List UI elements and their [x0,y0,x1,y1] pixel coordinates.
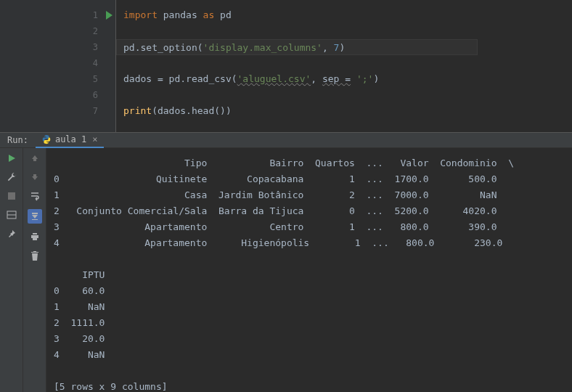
down-arrow-icon[interactable] [29,171,41,183]
gutter-line[interactable]: 7 [0,103,115,119]
run-tool-window-header: Run: aula 1 × [0,132,572,148]
gutter-line[interactable]: 1 [0,7,115,23]
gutter-line[interactable]: 6 [0,87,115,103]
stop-icon[interactable] [6,190,17,202]
layout-icon[interactable] [6,209,17,221]
run-toolbar-primary [0,148,23,392]
trash-icon[interactable] [29,250,41,261]
editor-pane: 1234567 import pandas as pdpd.set_option… [0,0,572,132]
code-line[interactable]: dados = pd.read_csv('aluguel.csv', sep =… [123,71,572,87]
code-line[interactable] [123,55,572,71]
pin-icon[interactable] [6,228,17,240]
code-line[interactable] [123,87,572,103]
run-pane: Tipo Bairro Quartos ... Valor Condominio… [0,148,572,392]
close-icon[interactable]: × [90,134,97,144]
code-line[interactable]: pd.set_option('display.max_columns', 7) [116,39,478,55]
run-label: Run: [0,135,36,145]
run-toolbar-secondary [23,148,46,392]
code-line[interactable]: import pandas as pd [123,7,572,23]
code-area[interactable]: import pandas as pdpd.set_option('displa… [116,0,572,132]
rerun-icon[interactable] [6,152,17,164]
gutter-line[interactable]: 2 [0,23,115,39]
python-icon [41,134,52,144]
gutter-line[interactable]: 3 [0,39,115,55]
editor-gutter: 1234567 [0,0,116,132]
wrench-icon[interactable] [6,171,17,183]
up-arrow-icon[interactable] [29,152,41,164]
gutter-line[interactable]: 4 [0,55,115,71]
soft-wrap-icon[interactable] [29,190,41,202]
print-icon[interactable] [29,231,41,242]
run-tab-label: aula 1 [55,134,86,144]
gutter-line[interactable]: 5 [0,71,115,87]
svg-rect-0 [8,192,15,200]
scroll-to-end-icon[interactable] [28,209,42,224]
console-output[interactable]: Tipo Bairro Quartos ... Valor Condominio… [46,148,572,392]
code-line[interactable] [123,23,572,39]
run-tab[interactable]: aula 1 × [36,132,104,148]
code-line[interactable]: print(dados.head()) [123,103,572,119]
